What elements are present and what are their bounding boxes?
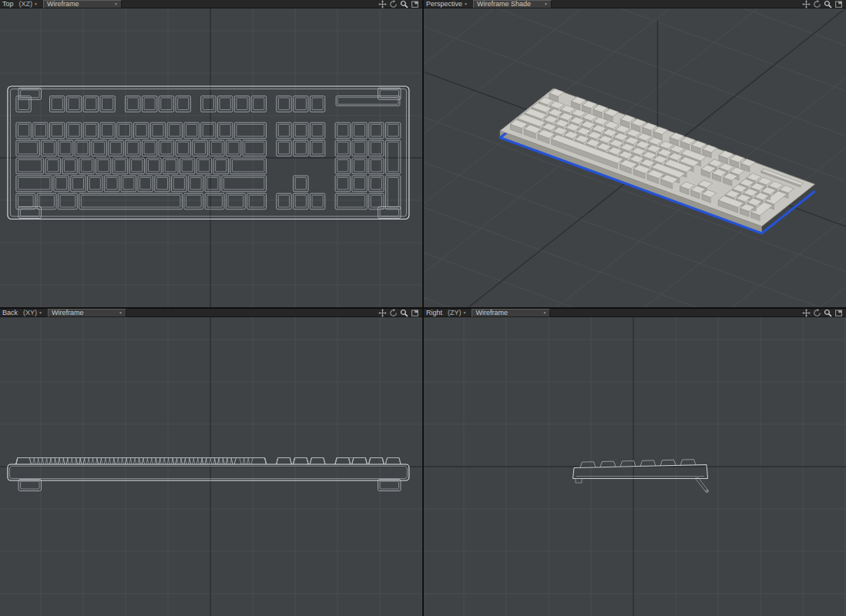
chevron-down-icon: ▼ <box>119 309 123 317</box>
chevron-down-icon: ▼ <box>114 0 118 8</box>
zoom-icon[interactable] <box>400 0 408 8</box>
top-viewport-canvas[interactable] <box>0 8 422 307</box>
viewport-right-header: Right (ZY) ▼ Wireframe ▼ <box>424 309 846 317</box>
rotate-icon[interactable] <box>389 0 398 8</box>
rotate-icon[interactable] <box>389 309 398 317</box>
shading-mode-label: Wireframe <box>47 1 79 8</box>
axis-selector[interactable]: (ZY) ▼ <box>448 309 466 317</box>
chevron-down-icon: ▼ <box>464 0 468 8</box>
viewport-right: Right (ZY) ▼ Wireframe ▼ <box>424 309 846 616</box>
maximize-icon[interactable] <box>411 0 419 8</box>
viewport-top: Top (XZ) ▼ Wireframe ▼ <box>0 0 422 307</box>
viewport-title: Perspective <box>426 0 462 8</box>
shading-mode-label: Wireframe <box>475 310 508 316</box>
maximize-icon[interactable] <box>411 309 419 317</box>
viewport-toolbar <box>378 309 420 317</box>
shading-mode-label: Wireframe Shade <box>477 1 531 8</box>
rotate-icon[interactable] <box>813 0 821 8</box>
viewport-title[interactable]: Right <box>426 309 442 317</box>
viewport-toolbar <box>378 0 420 8</box>
viewport-top-header: Top (XZ) ▼ Wireframe ▼ <box>0 0 422 8</box>
maximize-icon[interactable] <box>834 0 843 8</box>
maximize-icon[interactable] <box>834 309 843 317</box>
pan-icon[interactable] <box>802 0 811 8</box>
chevron-down-icon: ▼ <box>463 309 467 317</box>
shading-mode-selector[interactable]: Wireframe ▼ <box>43 0 122 8</box>
pan-icon[interactable] <box>378 309 387 317</box>
viewport-perspective-header: Perspective ▼ Wireframe Shade ▼ <box>424 0 846 8</box>
chevron-down-icon: ▼ <box>39 309 42 317</box>
axis-selector[interactable]: (XZ) ▼ <box>19 0 38 8</box>
zoom-icon[interactable] <box>824 309 832 317</box>
rotate-icon[interactable] <box>813 309 821 317</box>
shading-mode-label: Wireframe <box>52 310 84 316</box>
viewport-toolbar <box>802 309 844 317</box>
axis-label: (XZ) <box>19 0 33 8</box>
axis-label: (XY) <box>23 309 37 317</box>
viewport-back-header: Back (XY) ▼ Wireframe ▼ <box>0 309 422 317</box>
zoom-icon[interactable] <box>400 309 408 317</box>
viewport-title[interactable]: Back <box>2 309 18 317</box>
right-viewport-canvas[interactable] <box>424 317 846 616</box>
back-viewport-canvas[interactable] <box>0 317 422 616</box>
viewport-back: Back (XY) ▼ Wireframe ▼ <box>0 309 422 616</box>
view-type-selector[interactable]: Perspective ▼ <box>426 0 468 8</box>
chevron-down-icon: ▼ <box>34 0 38 8</box>
axis-selector[interactable]: (XY) ▼ <box>23 309 42 317</box>
zoom-icon[interactable] <box>824 0 832 8</box>
chevron-down-icon: ▼ <box>543 309 547 317</box>
axis-label: (ZY) <box>448 309 462 317</box>
viewport-toolbar <box>802 0 844 8</box>
pan-icon[interactable] <box>802 309 811 317</box>
viewport-grid: Top (XZ) ▼ Wireframe ▼ Perspective ▼ Wir… <box>0 0 846 616</box>
shading-mode-selector[interactable]: Wireframe ▼ <box>48 309 126 317</box>
viewport-perspective: Perspective ▼ Wireframe Shade ▼ <box>424 0 846 307</box>
shading-mode-selector[interactable]: Wireframe ▼ <box>472 309 550 317</box>
viewport-title[interactable]: Top <box>2 0 14 8</box>
chevron-down-icon: ▼ <box>544 0 548 8</box>
perspective-viewport-canvas[interactable] <box>424 8 846 307</box>
shading-mode-selector[interactable]: Wireframe Shade ▼ <box>473 0 552 8</box>
pan-icon[interactable] <box>378 0 387 8</box>
